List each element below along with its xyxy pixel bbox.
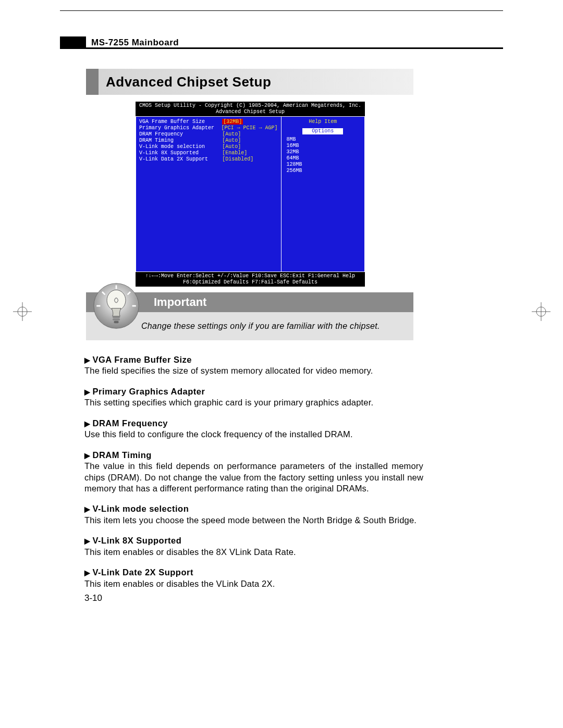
field-title: Primary Graphics Adapter bbox=[93, 387, 205, 396]
bios-setting-value: [Auto] bbox=[222, 138, 277, 144]
bios-option: 32MB bbox=[285, 149, 362, 155]
bios-setting-label: DRAM Frequency bbox=[139, 131, 222, 138]
triangle-right-icon: ▶ bbox=[84, 419, 91, 428]
triangle-right-icon: ▶ bbox=[84, 356, 91, 364]
bios-footer-keys2: F6:Optimized Defaults F7:Fail-Safe Defau… bbox=[136, 279, 365, 286]
bios-option: 8MB bbox=[285, 137, 362, 143]
field-title: V-Link Date 2X Support bbox=[93, 567, 193, 577]
bios-setting-row: V-Link 8X Supported[Enable] bbox=[139, 150, 278, 156]
svg-rect-8 bbox=[113, 316, 120, 318]
bios-setting-row: DRAM Timing[Auto] bbox=[139, 138, 278, 144]
svg-point-7 bbox=[107, 290, 126, 311]
header-title: MS-7255 Mainboard bbox=[91, 36, 179, 47]
field-heading: ▶V-Link mode selection bbox=[84, 503, 423, 514]
title-accent bbox=[86, 69, 99, 95]
bios-setting-value: [Enable] bbox=[222, 150, 277, 156]
bios-setting-row: V-Link Data 2X Support[Disabled] bbox=[139, 156, 278, 163]
bios-setting-row: VGA Frame Buffer Size[32MB] bbox=[139, 119, 278, 125]
triangle-right-icon: ▶ bbox=[84, 451, 91, 460]
bios-option: 16MB bbox=[285, 143, 362, 149]
bios-header: CMOS Setup Utility - Copyright (C) 1985-… bbox=[136, 102, 365, 116]
bios-setting-label: VGA Frame Buffer Size bbox=[139, 119, 222, 125]
field-description: This item enables or disables the VLink … bbox=[84, 578, 423, 589]
field-heading: ▶VGA Frame Buffer Size bbox=[84, 354, 423, 365]
triangle-right-icon: ▶ bbox=[84, 505, 91, 513]
field-title: V-Link 8X Supported bbox=[93, 536, 182, 545]
important-title: Important bbox=[154, 295, 206, 309]
field-description: The value in this field depends on perfo… bbox=[84, 461, 423, 494]
svg-rect-9 bbox=[113, 318, 120, 320]
bios-setting-value: [PCI → PCIE → AGP] bbox=[221, 125, 277, 131]
field-description: This setting specifies which graphic car… bbox=[84, 397, 423, 408]
field-description: Use this field to configure the clock fr… bbox=[84, 429, 423, 440]
bios-setting-row: DRAM Frequency[Auto] bbox=[139, 131, 278, 138]
bios-body: VGA Frame Buffer Size[32MB] Primary Grap… bbox=[136, 116, 365, 272]
content-body: ▶VGA Frame Buffer Size The field specifi… bbox=[84, 354, 423, 599]
bios-help-pane: Help Item Options 8MB 16MB 32MB 64MB 128… bbox=[282, 116, 365, 272]
bios-setting-label: Primary Graphics Adapter bbox=[139, 125, 221, 131]
field-description: The field specifies the size of system m… bbox=[84, 365, 423, 376]
bios-copyright: CMOS Setup Utility - Copyright (C) 1985-… bbox=[136, 103, 365, 109]
registration-mark-right bbox=[532, 302, 550, 321]
bios-setting-value: [32MB] bbox=[222, 119, 277, 125]
section-title: Advanced Chipset Setup bbox=[99, 69, 413, 95]
bios-setting-label: V-Link 8X Supported bbox=[139, 150, 222, 156]
header-accent-block bbox=[60, 36, 86, 49]
field-title: VGA Frame Buffer Size bbox=[93, 355, 192, 364]
bios-setting-row: V-Link mode selection[Auto] bbox=[139, 144, 278, 150]
page-number: 3-10 bbox=[84, 593, 102, 603]
bios-help-title: Help Item bbox=[285, 119, 362, 128]
triangle-right-icon: ▶ bbox=[84, 537, 91, 545]
bios-footer-keys1: ↑↓←→:Move Enter:Select +/-/:Value F10:Sa… bbox=[136, 273, 365, 279]
field-heading: ▶DRAM Timing bbox=[84, 450, 423, 461]
bios-screenshot: CMOS Setup Utility - Copyright (C) 1985-… bbox=[136, 102, 365, 281]
field-heading: ▶V-Link Date 2X Support bbox=[84, 567, 423, 578]
bios-setting-label: V-Link mode selection bbox=[139, 144, 222, 150]
bios-setting-value: [Auto] bbox=[222, 131, 277, 138]
bios-options-label: Options bbox=[302, 128, 343, 134]
bios-option: 256MB bbox=[285, 168, 362, 174]
bios-footer: ↑↓←→:Move Enter:Select +/-/:Value F10:Sa… bbox=[136, 272, 365, 287]
field-title: DRAM Frequency bbox=[93, 418, 168, 428]
field-heading: ▶DRAM Frequency bbox=[84, 418, 423, 429]
field-title: DRAM Timing bbox=[93, 450, 152, 460]
section-title-bar: Advanced Chipset Setup bbox=[86, 69, 413, 95]
bios-setting-row: Primary Graphics Adapter[PCI → PCIE → AG… bbox=[139, 125, 278, 131]
triangle-right-icon: ▶ bbox=[84, 388, 91, 396]
field-heading: ▶Primary Graphics Adapter bbox=[84, 386, 423, 397]
field-heading: ▶V-Link 8X Supported bbox=[84, 535, 423, 546]
field-title: V-Link mode selection bbox=[93, 504, 189, 513]
svg-rect-10 bbox=[114, 321, 119, 324]
bios-option: 128MB bbox=[285, 162, 362, 168]
bios-setting-value: [Disabled] bbox=[222, 156, 277, 163]
triangle-right-icon: ▶ bbox=[84, 569, 91, 577]
bios-setting-value: [Auto] bbox=[222, 144, 277, 150]
lightbulb-icon bbox=[93, 282, 140, 329]
field-description: This item enables or disables the 8X VLi… bbox=[84, 547, 423, 558]
bios-setting-label: DRAM Timing bbox=[139, 138, 222, 144]
registration-mark-left bbox=[13, 302, 32, 321]
document-header: MS-7255 Mainboard bbox=[60, 36, 503, 49]
bios-settings-pane: VGA Frame Buffer Size[32MB] Primary Grap… bbox=[136, 116, 282, 272]
bios-setting-label: V-Link Data 2X Support bbox=[139, 156, 222, 163]
bios-page-title: Advanced Chipset Setup bbox=[136, 109, 365, 115]
field-description: This item lets you choose the speed mode… bbox=[84, 515, 423, 526]
bios-option: 64MB bbox=[285, 155, 362, 162]
